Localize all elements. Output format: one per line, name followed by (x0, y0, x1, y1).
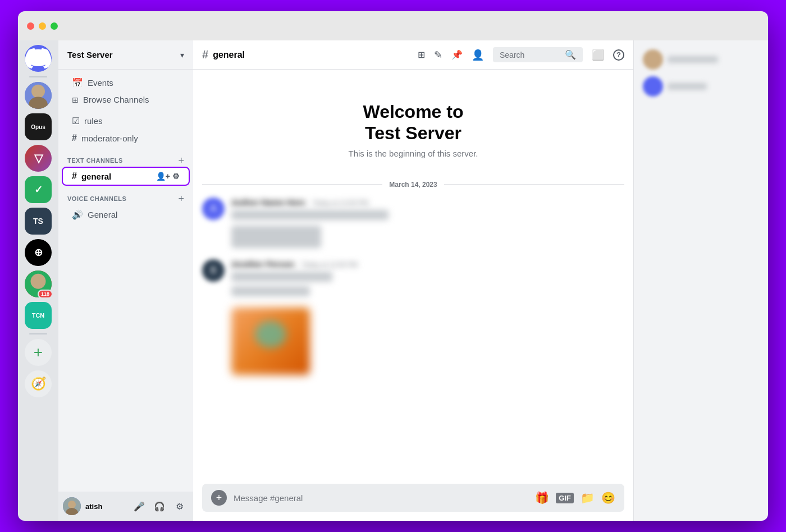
welcome-title: Welcome toTest Server (363, 101, 464, 144)
server-icon-opus[interactable]: Opus (25, 113, 52, 140)
voice-channels-label: VOICE CHANNELS (67, 195, 126, 202)
channel-list: 📅 Events ⊞ Browse Channels ☑ rules # mod… (58, 70, 193, 492)
message-timestamp-2: Today at 12:05 PM (301, 261, 358, 269)
minimize-button[interactable] (39, 22, 46, 30)
text-channels-label: TEXT CHANNELS (67, 157, 123, 164)
general-hash-icon: # (72, 171, 77, 181)
edit-icon[interactable]: ✎ (434, 49, 442, 61)
message-author-2: Another Person (231, 259, 295, 269)
channel-item-events[interactable]: 📅 Events (63, 74, 189, 91)
notification-badge-count: 118 (38, 290, 53, 299)
server-header[interactable]: Test Server ▾ (58, 40, 193, 70)
message-text-2 (231, 272, 332, 282)
gift-icon[interactable]: 🎁 (535, 491, 549, 505)
message-text-2b (231, 286, 310, 296)
moderator-label: moderator-only (81, 134, 138, 143)
welcome-section: Welcome toTest Server This is the beginn… (202, 79, 624, 172)
message-attachment (231, 308, 624, 375)
message-content-1: Author Name Here Today at 12:00 PM (231, 198, 624, 250)
pin-icon[interactable]: 📌 (451, 49, 463, 60)
threads-icon[interactable]: ⊞ (418, 49, 425, 60)
app-window: Opus ▽ ✓ TS ⊕ 118 (18, 11, 768, 521)
svg-point-6 (68, 501, 76, 508)
right-sidebar-user-2 (643, 76, 759, 97)
channel-header-name: # general (202, 48, 245, 61)
message-avatar-2: B (202, 259, 225, 282)
add-server-button[interactable]: + (25, 339, 52, 366)
right-sidebar-user-1 (643, 49, 759, 70)
right-sidebar-name-1 (668, 56, 718, 63)
title-bar (18, 11, 768, 40)
rules-label: rules (84, 116, 103, 126)
message-input[interactable]: Message #general (234, 493, 528, 503)
username: atish (85, 502, 126, 511)
search-placeholder: Search (500, 51, 560, 59)
voice-channels-section: VOICE CHANNELS + (63, 185, 189, 206)
server-icon-openai[interactable]: ⊕ (25, 239, 52, 266)
maximize-button[interactable] (51, 22, 58, 30)
general-channel-icons: 👤+ ⚙ (156, 172, 180, 181)
server-icon-tcn[interactable]: TCN (25, 302, 52, 329)
input-actions: 🎁 GIF 📁 😊 (535, 491, 615, 505)
edit-channel-icon[interactable]: ⚙ (172, 172, 180, 181)
emoji-icon[interactable]: 😊 (601, 491, 615, 505)
date-divider: March 14, 2023 (202, 181, 624, 189)
message-content-2: Another Person Today at 12:05 PM (231, 259, 624, 299)
server-icon-triangle[interactable]: ▽ (25, 145, 52, 172)
server-icon-task[interactable]: ✓ (25, 176, 52, 203)
message-timestamp-1: Today at 12:00 PM (312, 199, 368, 207)
gif-button[interactable]: GIF (556, 493, 574, 503)
svg-point-1 (31, 85, 45, 98)
welcome-subtitle: This is the beginning of this server. (349, 149, 478, 158)
browse-icon: ⊞ (72, 95, 79, 104)
close-button[interactable] (27, 22, 34, 30)
voice-icon: 🔊 (72, 209, 83, 220)
inbox-icon[interactable]: ⬜ (592, 49, 604, 61)
date-divider-text: March 14, 2023 (389, 181, 437, 189)
events-label: Events (88, 78, 113, 88)
add-voice-channel-button[interactable]: + (178, 194, 184, 204)
server-divider-2 (29, 333, 47, 334)
add-attachment-button[interactable]: + (211, 490, 227, 506)
channel-item-voice-general[interactable]: 🔊 General (63, 206, 189, 223)
channel-item-moderator[interactable]: # moderator-only (63, 130, 189, 146)
server-icon-ts[interactable]: TS (25, 208, 52, 235)
search-bar[interactable]: Search 🔍 (493, 47, 583, 62)
right-sidebar-avatar-1 (643, 49, 663, 70)
server-divider (29, 76, 47, 77)
invite-people-icon[interactable]: 👤+ (156, 172, 170, 181)
message-author-1: Author Name Here (231, 198, 305, 207)
headphones-button[interactable]: 🎧 (150, 497, 168, 515)
right-sidebar-name-2 (668, 83, 707, 90)
chat-area: Welcome toTest Server This is the beginn… (193, 70, 633, 484)
message-group-1: A Author Name Here Today at 12:00 PM (202, 198, 624, 250)
message-avatar-1: A (202, 198, 225, 220)
channel-name: general (213, 50, 245, 60)
moderator-icon: # (72, 133, 77, 143)
server-icon-discord[interactable] (25, 45, 52, 72)
channel-item-browse[interactable]: ⊞ Browse Channels (63, 91, 189, 108)
settings-button[interactable]: ⚙ (171, 497, 189, 515)
explore-button[interactable]: 🧭 (25, 370, 52, 397)
server-icon-user[interactable] (25, 82, 52, 109)
text-channels-section: TEXT CHANNELS + (63, 146, 189, 168)
help-icon[interactable]: ? (613, 49, 624, 61)
channel-header: # general ⊞ ✎ 📌 👤 Search 🔍 ⬜ ? (193, 40, 633, 70)
user-panel: atish 🎤 🎧 ⚙ (58, 492, 193, 521)
right-sidebar (633, 40, 768, 521)
microphone-button[interactable]: 🎤 (130, 497, 148, 515)
channel-item-general[interactable]: # general 👤+ ⚙ (63, 168, 189, 185)
members-icon[interactable]: 👤 (472, 49, 484, 61)
add-text-channel-button[interactable]: + (178, 155, 184, 166)
channel-item-rules[interactable]: ☑ rules (63, 112, 189, 130)
search-icon: 🔍 (565, 49, 576, 60)
app-body: Opus ▽ ✓ TS ⊕ 118 (18, 40, 768, 521)
user-panel-actions: 🎤 🎧 ⚙ (130, 497, 189, 515)
server-sidebar: Opus ▽ ✓ TS ⊕ 118 (18, 40, 58, 521)
message-input-box[interactable]: + Message #general 🎁 GIF 📁 😊 (202, 484, 624, 512)
sticker-icon[interactable]: 📁 (581, 491, 595, 505)
date-divider-line-left (202, 184, 382, 185)
message-group-2: B Another Person Today at 12:05 PM (202, 259, 624, 299)
general-label: general (81, 172, 111, 181)
voice-general-label: General (88, 210, 117, 219)
